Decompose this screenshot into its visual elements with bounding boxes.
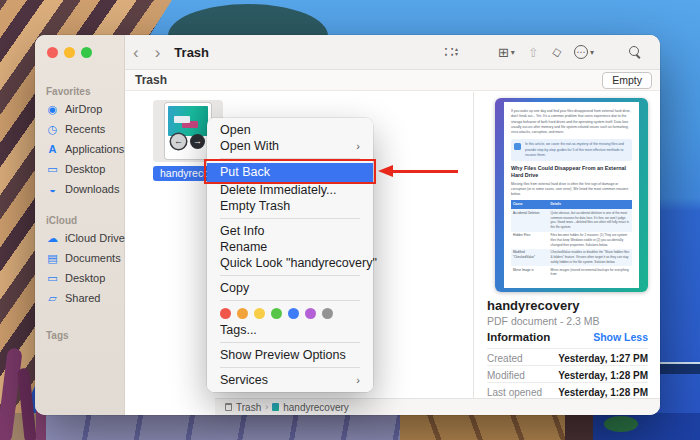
pdf-table: Cause Details Accidental DeletionQuite o…: [511, 200, 632, 278]
sidebar-item-label: Downloads: [65, 183, 119, 195]
pdf-heading: Why Files Could Disappear From an Extern…: [511, 165, 632, 179]
forward-button[interactable]: ›: [147, 44, 169, 61]
sidebar-item-airdrop[interactable]: ◉ AirDrop: [35, 99, 124, 119]
thumbnail-artwork: [168, 106, 208, 136]
search-button[interactable]: [628, 45, 642, 59]
pdf-paragraph: If you wake up one day and find your fil…: [511, 109, 632, 135]
preview-pane: If you wake up one day and find your fil…: [473, 92, 660, 398]
zoom-window-button[interactable]: [81, 47, 92, 58]
sidebar-item-label: Applications: [65, 143, 124, 155]
menu-item-delete-immediately[interactable]: Delete Immediately...: [207, 182, 373, 198]
menu-item-open-with[interactable]: Open With›: [207, 138, 373, 154]
pdf-page: If you wake up one day and find your fil…: [504, 102, 639, 288]
wallpaper-road: [40, 413, 400, 440]
right-arrow-icon: →: [190, 134, 205, 149]
document-icon: ▤: [46, 252, 59, 265]
share-button[interactable]: ⇧: [528, 45, 539, 60]
menu-separator: [220, 275, 360, 276]
information-label: Information: [487, 331, 550, 343]
group-by-button[interactable]: ⊞ ▾: [498, 45, 515, 60]
sidebar: Favorites ◉ AirDrop ◷ Recents A Applicat…: [35, 35, 125, 415]
menu-separator: [220, 342, 360, 343]
sidebar-item-desktop-icloud[interactable]: ▭ Desktop: [35, 268, 124, 288]
sidebar-item-label: AirDrop: [65, 103, 102, 115]
breadcrumb-file[interactable]: handyrecovery: [283, 402, 349, 413]
breadcrumb-trash[interactable]: Trash: [236, 402, 261, 413]
pdf-thumbnail-icon: ← →: [165, 103, 211, 159]
menu-separator: [220, 367, 360, 368]
meta-row-created: Created Yesterday, 1:27 PM: [487, 348, 648, 364]
tag-orange-button[interactable]: [237, 308, 248, 319]
sidebar-item-applications[interactable]: A Applications: [35, 139, 124, 159]
back-button[interactable]: ‹: [125, 44, 147, 61]
clock-icon: ◷: [46, 123, 59, 136]
meta-row-modified: Modified Yesterday, 1:28 PM: [487, 365, 648, 381]
menu-item-services[interactable]: Services›: [207, 372, 373, 388]
wallpaper-shadow: [565, 413, 593, 440]
document-mini-icon: [272, 403, 279, 411]
tag-green-button[interactable]: [271, 308, 282, 319]
sidebar-item-label: iCloud Drive: [65, 232, 125, 244]
close-window-button[interactable]: [47, 47, 58, 58]
more-options-button[interactable]: ⋯ ▾: [574, 45, 594, 59]
tag-icon: ◇: [550, 44, 562, 60]
path-bar: Trash › handyrecovery: [215, 398, 660, 415]
wallpaper-island: [655, 362, 700, 374]
window-title: Trash: [174, 45, 209, 60]
menu-item-show-preview-options[interactable]: Show Preview Options: [207, 347, 373, 363]
left-arrow-icon: ←: [171, 134, 186, 149]
breadcrumb-separator: ›: [265, 402, 268, 412]
menu-item-tags[interactable]: Tags...: [207, 322, 373, 338]
pdf-paragraph: Missing files from external hard drive i…: [511, 182, 632, 198]
chevron-updown-icon: ▴▾: [455, 47, 458, 57]
minimize-window-button[interactable]: [64, 47, 75, 58]
sidebar-item-icloud-drive[interactable]: ☁ iCloud Drive: [35, 228, 124, 248]
view-options-button[interactable]: ∷ ▴▾: [444, 43, 458, 61]
pdf-preview-card[interactable]: If you wake up one day and find your fil…: [495, 98, 648, 292]
pdf-callout: In this article, we cover the not-so-mys…: [511, 139, 632, 161]
menu-item-open[interactable]: Open: [207, 122, 373, 138]
folder-title: Trash: [135, 73, 167, 87]
menu-separator: [220, 300, 360, 301]
sidebar-item-shared[interactable]: ▱ Shared: [35, 288, 124, 308]
tag-gray-button[interactable]: [322, 308, 333, 319]
empty-trash-button[interactable]: Empty: [602, 72, 652, 89]
info-icon: [514, 143, 521, 150]
toolbar: ‹ › Trash ∷ ▴▾ ⊞ ▾ ⇧ ◇ ⋯ ▾: [125, 35, 660, 70]
wallpaper-tree: [604, 416, 638, 432]
chevron-down-icon: ▾: [511, 48, 515, 57]
applications-icon: A: [46, 143, 59, 155]
group-icon: ⊞: [498, 45, 509, 60]
airdrop-icon: ◉: [46, 103, 59, 116]
menu-item-copy[interactable]: Copy: [207, 280, 373, 296]
tags-button[interactable]: ◇: [550, 44, 562, 60]
menu-item-get-info[interactable]: Get Info: [207, 223, 373, 239]
thumbnail-arrows: ← →: [165, 134, 211, 149]
sidebar-item-label: Documents: [65, 252, 121, 264]
grid-view-icon: ∷: [444, 43, 453, 61]
folder-header: Trash Empty: [125, 70, 660, 91]
tag-red-button[interactable]: [220, 308, 231, 319]
tag-blue-button[interactable]: [288, 308, 299, 319]
annotation-arrow-head: [378, 165, 393, 177]
desktop-icon: ▭: [46, 272, 59, 285]
sidebar-section-tags: Tags: [35, 326, 124, 343]
tag-purple-button[interactable]: [305, 308, 316, 319]
sidebar-item-desktop[interactable]: ▭ Desktop: [35, 159, 124, 179]
table-row: Modified "CheckedValue"CheckedValue enab…: [511, 249, 632, 266]
download-circle-icon: ◒: [46, 183, 59, 195]
menu-item-rename[interactable]: Rename: [207, 239, 373, 255]
sidebar-item-downloads[interactable]: ◒ Downloads: [35, 179, 124, 199]
main-pane: ‹ › Trash ∷ ▴▾ ⊞ ▾ ⇧ ◇ ⋯ ▾: [125, 35, 660, 415]
preview-file-title: handyrecovery: [487, 298, 580, 313]
sidebar-item-recents[interactable]: ◷ Recents: [35, 119, 124, 139]
table-row: Accidental DeletionQuite obvious, but ac…: [511, 209, 632, 231]
menu-item-quick-look[interactable]: Quick Look "handyrecovery": [207, 255, 373, 271]
shared-folder-icon: ▱: [46, 292, 59, 305]
cloud-icon: ☁: [46, 232, 59, 245]
submenu-arrow-icon: ›: [356, 372, 360, 388]
menu-item-empty-trash[interactable]: Empty Trash: [207, 198, 373, 214]
sidebar-item-documents[interactable]: ▤ Documents: [35, 248, 124, 268]
show-less-link[interactable]: Show Less: [593, 331, 648, 343]
tag-yellow-button[interactable]: [254, 308, 265, 319]
